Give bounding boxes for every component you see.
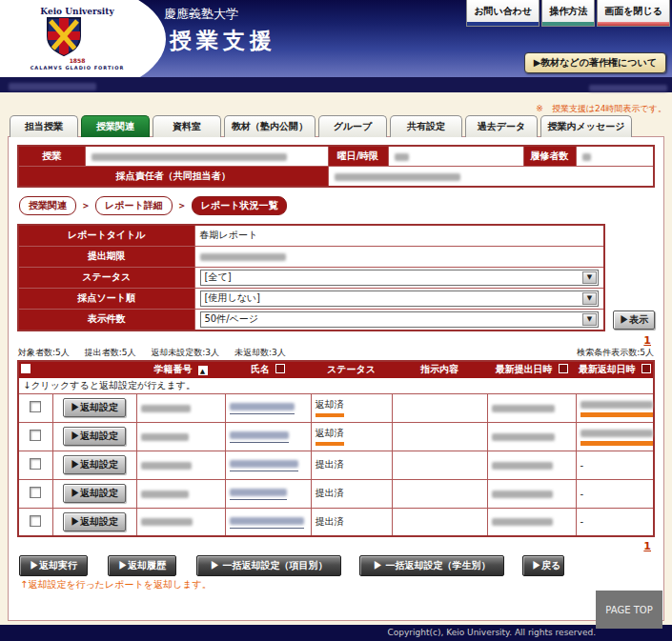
- row-checkbox[interactable]: [30, 515, 41, 527]
- tab-share-settings[interactable]: 共有設定: [390, 115, 462, 137]
- header-buttons: お問い合わせ 操作方法 画面を閉じる: [466, 0, 670, 27]
- logo-year: 1858: [25, 57, 130, 64]
- return-date-highlight: [580, 430, 653, 446]
- redacted-user-name: [9, 83, 96, 90]
- report-title-value: 春期レポート: [194, 225, 604, 246]
- display-button[interactable]: ▶表示: [613, 310, 655, 330]
- tab-class-messages[interactable]: 授業内メッセージ: [540, 115, 632, 137]
- app-header: Keio University 1858 CALAMVS GLADIO FORT…: [0, 0, 672, 77]
- breadcrumb-class-related[interactable]: 授業関連: [19, 196, 76, 215]
- redacted-student-id: [141, 491, 189, 498]
- page-1-link[interactable]: 1: [643, 334, 651, 347]
- breadcrumb-report-detail[interactable]: レポート詳細: [95, 196, 173, 215]
- stat-submitted: 提出者数:5人: [85, 348, 136, 357]
- select-all-checkbox[interactable]: [21, 364, 31, 373]
- status-filter-label: ステータス: [18, 267, 194, 288]
- status-select[interactable]: [全て] ▼: [200, 270, 600, 286]
- status-badge: 提出済: [316, 516, 344, 527]
- row-checkbox[interactable]: [30, 401, 41, 412]
- chevron-right-icon: ＞: [81, 199, 91, 212]
- redacted-datetime: [589, 85, 667, 91]
- student-name-link[interactable]: [230, 431, 289, 443]
- return-setting-button[interactable]: ▶返却設定: [63, 455, 126, 474]
- return-setting-button[interactable]: ▶返却設定: [63, 427, 126, 446]
- click-note: ↓クリックすると返却設定が行えます。: [18, 377, 654, 393]
- help-button[interactable]: 操作方法: [541, 0, 595, 27]
- tab-class-related[interactable]: 授業関連: [81, 115, 150, 137]
- instruction-cell: [392, 422, 487, 451]
- student-name-link[interactable]: [230, 403, 295, 414]
- dropdown-arrow-icon: ▼: [582, 313, 597, 326]
- return-setting-button[interactable]: ▶返却設定: [63, 512, 126, 531]
- instruction-cell: [392, 393, 487, 422]
- tab-materials-room[interactable]: 資料室: [153, 115, 221, 137]
- redacted-class-name: [92, 153, 287, 161]
- materials-copyright-button[interactable]: ▶教材などの著作権について: [524, 52, 666, 73]
- latest-return-header: 最新返却日時: [576, 361, 654, 378]
- report-filter-form: レポートタイトル 春期レポート 提出期限 ステータス [全て] ▼ 採点ソート順: [17, 224, 655, 331]
- row-checkbox[interactable]: [30, 487, 41, 498]
- redacted-day-period: [395, 153, 409, 161]
- tab-assigned-classes[interactable]: 担当授業: [10, 115, 78, 137]
- return-setting-button[interactable]: ▶返却設定: [63, 398, 126, 417]
- student-name-link[interactable]: [230, 489, 287, 500]
- row-checkbox[interactable]: [30, 458, 41, 470]
- breadcrumb-report-status-list: レポート状況一覧: [192, 196, 288, 215]
- instruction-cell: [392, 451, 487, 479]
- action-buttons: ▶返却実行 ▶返却履歴 ▶ 一括返却設定（項目別） ▶ 一括返却設定（学生別） …: [19, 556, 655, 574]
- copyright-text: Copyright(c), Keio University. All right…: [388, 628, 596, 637]
- redacted-deadline: [200, 253, 286, 261]
- status-badge: 返却済: [316, 398, 344, 417]
- contact-button[interactable]: お問い合わせ: [466, 0, 540, 27]
- tab-teaching-materials[interactable]: 教材（塾内公開）: [224, 115, 316, 137]
- table-row: ▶返却設定 提出済 -: [18, 451, 654, 479]
- redacted-student-id: [141, 518, 193, 526]
- student-name-link[interactable]: [230, 460, 298, 471]
- grade-sort-select[interactable]: [使用しない] ▼: [200, 290, 600, 307]
- name-header: 氏名: [225, 361, 311, 378]
- return-date-cell: -: [576, 451, 654, 479]
- sort-toggle-icon[interactable]: [275, 364, 285, 373]
- return-history-button[interactable]: ▶返却履歴: [108, 555, 176, 576]
- close-screen-button[interactable]: 画面を閉じる: [597, 0, 670, 27]
- sort-toggle-icon[interactable]: [641, 364, 651, 373]
- student-name-link[interactable]: [230, 517, 304, 529]
- status-badge: 提出済: [316, 459, 344, 470]
- sort-toggle-icon[interactable]: [559, 364, 568, 373]
- redacted-submit-date: [492, 433, 555, 441]
- return-note: ↑返却設定を行ったレポートを返却します。: [20, 578, 655, 591]
- instruction-header: 指示内容: [392, 361, 487, 378]
- sort-asc-icon[interactable]: ▲: [198, 366, 208, 375]
- execute-return-button[interactable]: ▶返却実行: [19, 555, 88, 576]
- redacted-submit-date: [492, 491, 553, 498]
- tab-past-data[interactable]: 過去データ: [465, 115, 538, 137]
- logo-university-en: Keio University: [25, 7, 130, 16]
- redacted-submit-date: [492, 462, 553, 470]
- enrolled-label: 履修者数: [523, 146, 576, 167]
- page-1-link[interactable]: 1: [643, 540, 651, 552]
- 24h-notice: ※ 授業支援は24時間表示です。: [0, 92, 672, 115]
- batch-return-by-student-button[interactable]: ▶ 一括返却設定（学生別）: [359, 555, 504, 576]
- content-box: 授業 曜日/時限 履修者数 採点責任者（共同担当者） 授業関連 ＞ レポート詳細…: [8, 136, 664, 621]
- pagination-bottom: 1: [17, 537, 655, 552]
- report-title-label: レポートタイトル: [18, 225, 194, 246]
- display-count-select[interactable]: 50件/ページ ▼: [200, 311, 600, 328]
- display-count-label: 表示件数: [18, 309, 194, 331]
- table-row: ▶返却設定 返却済: [18, 422, 654, 451]
- stat-return-unset: 返却未設定数:3人: [151, 348, 219, 357]
- help-accent: [542, 22, 594, 26]
- class-label: 授業: [18, 146, 85, 167]
- return-setting-button[interactable]: ▶返却設定: [63, 484, 126, 503]
- table-row: ▶返却設定 返却済: [18, 393, 654, 422]
- tab-group[interactable]: グループ: [318, 115, 387, 137]
- redacted-student-id: [141, 405, 191, 412]
- table-row: ▶返却設定 提出済 -: [18, 508, 654, 536]
- batch-return-by-item-button[interactable]: ▶ 一括返却設定（項目別）: [196, 555, 341, 576]
- row-checkbox[interactable]: [30, 430, 41, 441]
- back-button[interactable]: ▶戻る: [522, 555, 564, 576]
- deadline-label: 提出期限: [18, 246, 194, 267]
- status-badge: 提出済: [316, 488, 344, 498]
- main-tabs: 担当授業 授業関連 資料室 教材（塾内公開） グループ 共有設定 過去データ 授…: [0, 115, 672, 137]
- redacted-enrolled-count: [582, 153, 591, 161]
- page-top-button[interactable]: PAGE TOP: [596, 591, 662, 629]
